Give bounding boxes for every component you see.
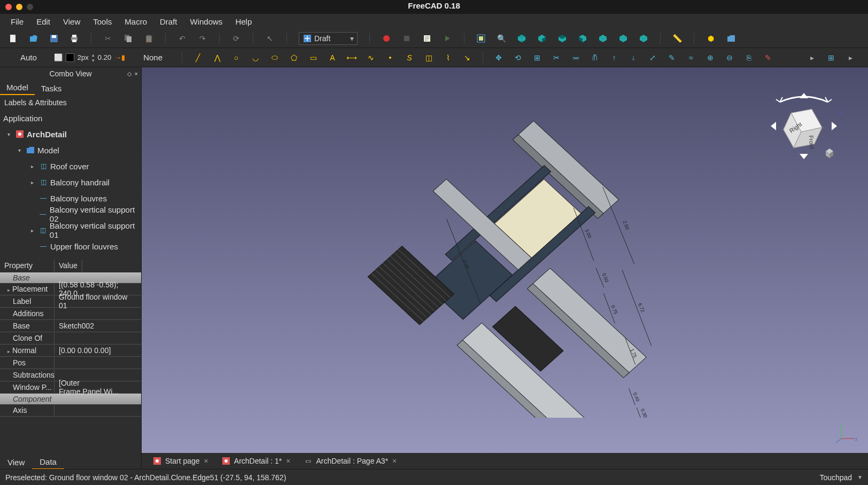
close-icon[interactable]: × <box>286 457 290 465</box>
minimize-window-button[interactable] <box>16 4 22 10</box>
tab-model[interactable]: Model <box>0 81 35 95</box>
add-point-icon[interactable]: ⊕ <box>706 53 715 62</box>
prop-row[interactable]: LabelGround floor window 01 <box>0 295 141 308</box>
tree-item[interactable]: ▸◫Balcony vertical support 01 <box>0 222 141 238</box>
apply-style-icon[interactable]: →▮ <box>114 53 125 61</box>
tree-application[interactable]: Application <box>0 110 141 126</box>
wire2bspline-icon[interactable]: ≈ <box>686 53 696 62</box>
redo-icon[interactable]: ↷ <box>198 34 207 43</box>
close-icon[interactable]: × <box>392 457 397 465</box>
close-icon[interactable]: × <box>204 457 208 465</box>
3d-viewport[interactable]: 2.50 3.00 0.50 6.72 0.75 3.10 1.75 0.40 … <box>142 67 868 469</box>
prop-row[interactable]: Clone Of <box>0 332 141 345</box>
menu-macro[interactable]: Macro <box>118 15 153 28</box>
bezier-icon[interactable]: ⌇ <box>443 53 453 62</box>
prop-row[interactable]: BaseSketch002 <box>0 320 141 332</box>
record-macro-icon[interactable] <box>382 34 391 43</box>
auto-group-button[interactable]: Auto <box>13 51 44 64</box>
shape2view-icon[interactable]: ⎘ <box>744 53 754 62</box>
prop-row[interactable]: Axis <box>0 404 141 417</box>
text-icon[interactable]: A <box>328 53 337 62</box>
bottom-view-icon[interactable] <box>618 34 628 43</box>
shapestring-icon[interactable]: S <box>405 53 414 62</box>
refresh-icon[interactable]: ⟳ <box>231 34 241 43</box>
offset-icon[interactable]: ⊞ <box>532 53 542 62</box>
copy-icon[interactable] <box>123 34 133 43</box>
ellipse-icon[interactable]: ⬭ <box>270 53 280 62</box>
wire-icon[interactable]: ⋀ <box>212 53 222 62</box>
draft2sketch-icon[interactable]: ✎ <box>763 53 773 62</box>
point-icon[interactable]: • <box>385 53 395 62</box>
stop-macro-icon[interactable] <box>402 34 412 43</box>
toolbar-overflow-2-icon[interactable]: ▸ <box>846 53 855 62</box>
circle-icon[interactable]: ○ <box>231 53 241 62</box>
facebinder-icon[interactable]: ◫ <box>424 53 433 62</box>
toolbar-overflow-icon[interactable]: ▸ <box>807 53 817 62</box>
prop-row[interactable]: Window P...[Outer Frame,Panel,Wi... <box>0 381 141 394</box>
tab-tasks[interactable]: Tasks <box>35 82 68 95</box>
new-file-icon[interactable] <box>9 34 18 43</box>
whats-this-icon[interactable]: ↖ <box>265 34 275 43</box>
cut-icon[interactable]: ✂ <box>103 34 113 43</box>
menu-help[interactable]: Help <box>229 15 258 28</box>
macros-icon[interactable] <box>422 34 432 43</box>
front-view-icon[interactable] <box>537 34 547 43</box>
rear-view-icon[interactable] <box>598 34 608 43</box>
rotate-icon[interactable]: ⟲ <box>513 53 523 62</box>
measure-distance-icon[interactable]: 📏 <box>672 34 682 43</box>
panel-float-icon[interactable]: ◇ <box>127 71 131 77</box>
doc-tab-archdetail-page[interactable]: ▭ ArchDetail : Page A3* × <box>299 455 402 467</box>
tree-item[interactable]: ▸◫Balcony handrail <box>0 174 141 190</box>
close-window-button[interactable] <box>5 4 12 10</box>
menu-draft[interactable]: Draft <box>153 15 184 28</box>
upgrade-icon[interactable]: ↑ <box>609 53 619 62</box>
save-icon[interactable] <box>49 34 59 43</box>
del-point-icon[interactable]: ⊖ <box>725 53 734 62</box>
rectangle-icon[interactable]: ▭ <box>308 53 318 62</box>
print-icon[interactable] <box>69 34 79 43</box>
tree-group-model[interactable]: ▾Model <box>0 142 141 158</box>
maximize-window-button[interactable] <box>27 4 33 10</box>
fit-all-icon[interactable] <box>476 34 486 43</box>
left-view-icon[interactable] <box>639 34 648 43</box>
split-icon[interactable]: ⫚ <box>590 53 600 62</box>
line-color-swatch[interactable] <box>66 53 74 62</box>
construction-mode-icon[interactable]: ⬜ <box>54 53 63 61</box>
tree-item[interactable]: —Upper floor louvres <box>0 238 141 254</box>
menu-windows[interactable]: Windows <box>184 15 229 28</box>
move-icon[interactable]: ✥ <box>494 53 503 62</box>
isometric-icon[interactable] <box>517 34 526 43</box>
part-design-icon[interactable]: ⬢ <box>706 34 716 43</box>
arc-icon[interactable]: ◡ <box>251 53 260 62</box>
line-icon[interactable]: ╱ <box>193 53 203 62</box>
downgrade-icon[interactable]: ↓ <box>629 53 638 62</box>
tree-item[interactable]: —Balcony vertical support 02 <box>0 206 141 222</box>
trimex-icon[interactable]: ✂ <box>552 53 561 62</box>
undo-icon[interactable]: ↶ <box>177 34 187 43</box>
tab-view[interactable]: View <box>0 456 32 469</box>
navigation-cube[interactable]: Front Right z <box>761 83 847 169</box>
doc-tab-archdetail-1[interactable]: ArchDetail : 1* × <box>217 455 296 467</box>
join-icon[interactable]: ⫘ <box>571 53 580 62</box>
panel-close-icon[interactable]: × <box>135 71 138 77</box>
tree-item[interactable]: ▸◫Roof cover <box>0 158 141 174</box>
polygon-icon[interactable]: ⬠ <box>289 53 299 62</box>
snap-grid-icon[interactable]: ⊞ <box>826 53 836 62</box>
menu-view[interactable]: View <box>57 15 87 28</box>
navigation-style-selector[interactable]: Touchpad ▼ <box>819 473 863 482</box>
dimension-icon[interactable]: ⟷ <box>347 53 356 62</box>
tree-item[interactable]: —Balcony louvres <box>0 190 141 206</box>
width-stepper[interactable]: ▴▾ <box>92 52 95 63</box>
tab-data[interactable]: Data <box>32 455 64 470</box>
prop-row[interactable]: Normal[0.00 0.00 0.00] <box>0 345 141 357</box>
menu-file[interactable]: File <box>4 15 30 28</box>
menu-edit[interactable]: Edit <box>30 15 57 28</box>
bspline-icon[interactable]: ∿ <box>366 53 376 62</box>
scale-icon[interactable]: ⤢ <box>648 53 657 62</box>
label-icon[interactable]: ↘ <box>462 53 472 62</box>
execute-macro-icon[interactable] <box>443 34 452 43</box>
doc-tab-startpage[interactable]: Start page × <box>148 455 214 467</box>
fit-selection-icon[interactable]: 🔍 <box>497 34 506 43</box>
top-view-icon[interactable] <box>557 34 567 43</box>
prop-row[interactable]: Pos <box>0 357 141 369</box>
